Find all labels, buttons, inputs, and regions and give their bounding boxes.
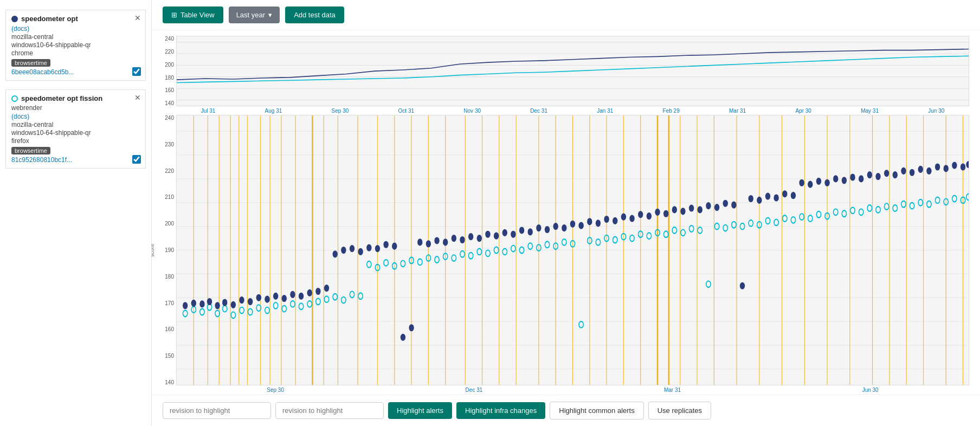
small-chart-x-axis: Jul 31 Aug 31 Sep 30 Oct 31 Nov 30 Dec 3… [157, 106, 969, 115]
series-title-1: speedometer opt [11, 15, 140, 23]
svg-point-171 [282, 295, 287, 302]
series-hash-1[interactable]: 6beee08acab6cd5b... [11, 68, 140, 76]
series-docs-link-1[interactable]: (docs) [11, 25, 29, 33]
series-checkbox-2[interactable] [132, 155, 141, 164]
sidebar: ✕ speedometer opt (docs) mozilla-central… [0, 0, 152, 426]
series-card-1: ✕ speedometer opt (docs) mozilla-central… [5, 10, 146, 81]
svg-point-161 [199, 300, 204, 307]
series-badge-1: browsertime [11, 59, 50, 67]
last-year-button[interactable]: Last year ▾ [229, 7, 280, 23]
svg-point-200 [528, 228, 533, 235]
svg-point-174 [307, 289, 312, 296]
svg-point-176 [324, 285, 329, 292]
svg-point-214 [647, 212, 652, 220]
svg-point-205 [570, 221, 575, 228]
score-label-large: score [152, 243, 155, 256]
close-series-2[interactable]: ✕ [134, 93, 141, 102]
svg-point-249 [944, 165, 949, 172]
svg-point-246 [918, 166, 923, 173]
svg-point-239 [859, 175, 863, 182]
add-test-data-button[interactable]: Add test data [285, 7, 344, 23]
highlight-common-button[interactable]: Highlight common alerts [550, 402, 643, 419]
svg-point-204 [562, 224, 566, 231]
svg-point-231 [791, 192, 796, 199]
svg-point-193 [468, 233, 473, 240]
large-chart-area[interactable] [176, 115, 969, 385]
large-chart-x-axis: Sep 30 Dec 31 Mar 31 Jun 30 [157, 385, 969, 395]
svg-point-203 [553, 223, 558, 230]
use-replicates-button[interactable]: Use replicates [648, 402, 711, 419]
svg-point-175 [315, 288, 320, 295]
table-view-label: Table View [180, 11, 215, 19]
close-series-1[interactable]: ✕ [134, 14, 141, 22]
highlight-alerts-button[interactable]: Highlight alerts [388, 402, 452, 419]
svg-point-207 [587, 218, 592, 225]
svg-point-244 [901, 167, 906, 175]
svg-point-186 [409, 324, 414, 331]
last-year-label: Last year [236, 11, 265, 19]
svg-point-233 [808, 181, 813, 188]
svg-point-219 [689, 204, 694, 211]
large-chart-y-axis: 240 230 220 210 200 190 180 170 160 150 … [157, 115, 176, 385]
top-toolbar: ⊞ Table View Last year ▾ Add test data [152, 0, 980, 30]
svg-point-230 [782, 190, 787, 197]
series-app-1: chrome [11, 49, 140, 57]
svg-point-191 [452, 235, 456, 242]
svg-point-209 [604, 216, 609, 223]
svg-point-160 [191, 300, 196, 307]
svg-point-159 [183, 302, 188, 309]
svg-point-165 [231, 301, 236, 308]
svg-point-224 [731, 202, 736, 209]
series-branch-1: mozilla-central [11, 33, 140, 41]
table-view-button[interactable]: ⊞ Table View [163, 7, 223, 23]
svg-point-190 [443, 238, 448, 246]
svg-point-225 [740, 282, 745, 289]
svg-point-206 [578, 222, 583, 229]
series-hash-2[interactable]: 81c952680810bc1f... [11, 156, 140, 164]
highlight-infra-button[interactable]: Highlight infra changes [456, 402, 545, 419]
svg-point-192 [460, 236, 465, 243]
svg-point-238 [850, 173, 855, 180]
series-checkbox-1[interactable] [132, 67, 141, 76]
svg-point-216 [663, 210, 668, 217]
svg-point-211 [621, 214, 626, 221]
svg-point-243 [893, 171, 898, 178]
svg-point-183 [383, 241, 388, 248]
svg-point-164 [222, 299, 227, 306]
svg-point-208 [596, 220, 601, 227]
svg-point-213 [638, 211, 643, 218]
bottom-toolbar: Highlight alerts Highlight infra changes… [152, 395, 980, 426]
series-docs-link-2[interactable]: (docs) [11, 113, 29, 120]
svg-point-234 [816, 178, 821, 185]
series-suite-2: webrender [11, 104, 140, 112]
svg-point-177 [333, 250, 338, 257]
svg-point-169 [265, 296, 269, 303]
svg-point-245 [910, 169, 914, 176]
svg-point-223 [723, 200, 728, 207]
svg-point-242 [884, 170, 889, 177]
svg-point-172 [290, 291, 295, 298]
svg-point-162 [207, 298, 212, 305]
small-chart-y-axis: 240 220 200 180 160 140 [157, 36, 176, 106]
small-chart-area[interactable] [176, 36, 969, 106]
svg-point-201 [536, 224, 541, 231]
add-test-data-label: Add test data [294, 11, 336, 19]
dropdown-icon: ▾ [268, 11, 272, 19]
series-badge-2: browsertime [11, 147, 50, 154]
svg-point-218 [680, 208, 685, 215]
main-content: ⊞ Table View Last year ▾ Add test data 2… [152, 0, 980, 426]
svg-point-185 [401, 334, 405, 341]
svg-point-251 [960, 163, 965, 170]
charts-area: 240 220 200 180 160 140 [152, 30, 980, 395]
svg-point-226 [749, 195, 753, 202]
svg-point-196 [494, 233, 499, 240]
svg-point-199 [519, 227, 524, 234]
revision-input-2[interactable] [275, 402, 384, 419]
revision-input-1[interactable] [163, 402, 271, 419]
svg-point-235 [824, 179, 829, 186]
svg-point-232 [799, 179, 804, 186]
svg-point-250 [952, 162, 957, 169]
svg-point-188 [426, 240, 431, 247]
svg-point-220 [698, 206, 702, 213]
svg-point-179 [350, 245, 354, 252]
